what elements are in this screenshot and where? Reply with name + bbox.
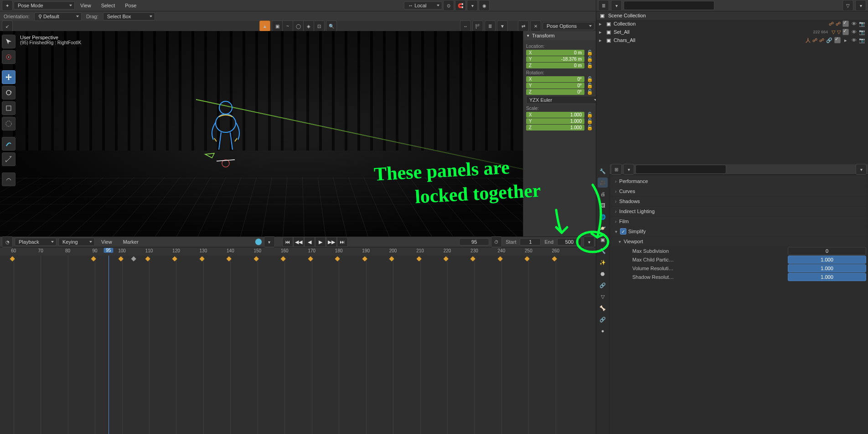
- x-icon[interactable]: ✕: [530, 21, 541, 31]
- tool-rotate[interactable]: [2, 86, 16, 99]
- scl-x-field[interactable]: X1.000: [526, 112, 584, 118]
- vp-tool-icon-a[interactable]: ↔: [460, 21, 471, 31]
- lock-icon[interactable]: 🔓: [586, 125, 594, 131]
- filter-text-icon[interactable]: ⊡: [314, 21, 325, 31]
- prop-tab-particles-icon[interactable]: ✨: [598, 257, 608, 267]
- scl-y-field[interactable]: Y1.000: [526, 118, 584, 124]
- active-object-icon[interactable]: ▲: [259, 21, 270, 31]
- pivot-icon[interactable]: ⊙: [443, 0, 454, 11]
- jump-end-icon[interactable]: ⏭: [337, 237, 348, 247]
- panel-shadows[interactable]: Shadows: [611, 197, 866, 206]
- keyframe[interactable]: [362, 256, 367, 261]
- props-options-icon[interactable]: ▾: [856, 164, 867, 175]
- scl-z-field[interactable]: Z1.000: [526, 125, 584, 131]
- keyframe[interactable]: [335, 256, 340, 261]
- panel-simplify[interactable]: ✓ Simplify: [611, 227, 866, 236]
- menu-select[interactable]: Select: [97, 2, 120, 9]
- panel-curves[interactable]: Curves: [611, 187, 866, 196]
- jump-start-icon[interactable]: ⏮: [282, 237, 293, 247]
- keyframe[interactable]: [172, 256, 177, 261]
- viewport-3d[interactable]: User Perspective (95) FinishedRig : Righ…: [0, 31, 596, 237]
- prop-tab-constraints-icon[interactable]: 🔗: [598, 280, 608, 290]
- volume-resolution-field[interactable]: 1.000: [788, 264, 866, 272]
- end-frame-field[interactable]: 500: [557, 238, 582, 246]
- vp-editor-type-icon[interactable]: ↙: [2, 21, 13, 31]
- snap-toggle-icon[interactable]: 🧲: [455, 0, 466, 11]
- mode-dropdown[interactable]: Pose Mode: [14, 1, 75, 10]
- outliner-editor-icon[interactable]: ≣: [598, 0, 609, 11]
- prop-tab-material-icon[interactable]: ●: [598, 326, 608, 336]
- keying-menu[interactable]: Keying: [58, 238, 95, 246]
- lock-icon[interactable]: 🔓: [586, 50, 594, 56]
- timer-icon[interactable]: ⏱: [491, 236, 502, 247]
- prop-tab-physics-icon[interactable]: ⬣: [598, 269, 608, 279]
- keyframe[interactable]: [227, 256, 232, 261]
- tool-measure[interactable]: [2, 152, 16, 166]
- disable-render-icon[interactable]: 📷: [859, 29, 865, 35]
- keyframe[interactable]: [308, 256, 313, 261]
- props-pin-icon[interactable]: ⊞: [611, 164, 622, 175]
- prop-tab-viewlayer-icon[interactable]: 🖼: [598, 200, 608, 210]
- prop-tab-object-icon[interactable]: ▣: [598, 235, 608, 245]
- outliner-display-mode-icon[interactable]: ▾: [611, 0, 622, 11]
- n-panel-header[interactable]: Transform: [523, 31, 596, 40]
- keyframe[interactable]: [389, 256, 394, 261]
- lock-icon[interactable]: 🔓: [586, 118, 594, 124]
- keyframe[interactable]: [470, 256, 475, 261]
- rotation-mode-dropdown[interactable]: YZX Euler: [526, 96, 600, 104]
- simplify-checkbox[interactable]: ✓: [620, 228, 626, 235]
- outliner-row-collection[interactable]: ▸ ▣ Collection ☍ ☍ 👁 📷: [596, 20, 868, 28]
- lock-icon[interactable]: 🔓: [586, 56, 594, 62]
- tool-scale[interactable]: [2, 101, 16, 115]
- tl-view-menu[interactable]: View: [97, 238, 117, 246]
- prop-tab-tool-icon[interactable]: 🔧: [598, 166, 608, 176]
- keyframe[interactable]: [91, 256, 96, 261]
- keyframe[interactable]: [199, 256, 204, 261]
- pose-options-dropdown[interactable]: Pose Options: [542, 22, 594, 30]
- rot-z-field[interactable]: Z0°: [526, 89, 584, 95]
- search-icon[interactable]: 🔍: [326, 21, 337, 31]
- outliner-search-input[interactable]: [624, 1, 714, 10]
- panel-simplify-viewport[interactable]: Viewport: [611, 237, 866, 246]
- disable-render-icon[interactable]: 📷: [859, 21, 865, 27]
- exclude-checkbox[interactable]: [842, 21, 849, 27]
- properties-search-input[interactable]: [636, 165, 726, 174]
- start-frame-field[interactable]: 1: [520, 238, 541, 246]
- loc-x-field[interactable]: X0 m: [526, 50, 584, 56]
- prop-tab-render-icon[interactable]: 🎥: [598, 178, 608, 188]
- filter-mesh-icon[interactable]: ▣: [272, 21, 282, 31]
- play-reverse-icon[interactable]: ◀: [304, 237, 315, 247]
- tl-marker-menu[interactable]: Marker: [119, 238, 143, 246]
- prop-tab-scene-icon[interactable]: 🌐: [598, 212, 608, 222]
- keyframe[interactable]: [444, 256, 449, 261]
- rot-y-field[interactable]: Y0°: [526, 83, 584, 89]
- editor-type-icon[interactable]: ✦: [2, 0, 13, 11]
- prop-tab-world-icon[interactable]: 🪐: [598, 223, 608, 233]
- play-icon[interactable]: ▶: [315, 237, 326, 247]
- prop-tab-modifier-icon[interactable]: 🔧: [598, 246, 608, 256]
- prop-tab-boneconstraint-icon[interactable]: 🔗: [598, 314, 608, 324]
- auto-key-record-icon[interactable]: [255, 238, 262, 246]
- disclosure-icon[interactable]: ▸: [599, 21, 604, 27]
- disclosure-icon[interactable]: ▸: [599, 37, 604, 43]
- proportional-edit-icon[interactable]: ◉: [479, 0, 490, 11]
- vp-tool-icon-c[interactable]: ≣: [485, 21, 496, 31]
- snap-dropdown-icon[interactable]: ▾: [467, 0, 478, 11]
- max-child-particles-field[interactable]: 1.000: [788, 256, 866, 264]
- vp-tool-icon-b[interactable]: 🏴: [472, 21, 483, 31]
- tool-annotate[interactable]: [2, 137, 16, 151]
- disable-render-icon[interactable]: 📷: [859, 37, 865, 43]
- panel-performance[interactable]: Performance: [611, 177, 866, 186]
- shadow-resolution-field[interactable]: 1.000: [788, 273, 866, 281]
- auto-key-dropdown-icon[interactable]: ▾: [264, 236, 275, 247]
- filter-meta-icon[interactable]: ◈: [303, 21, 314, 31]
- dropdown-icon[interactable]: ▾: [584, 236, 594, 247]
- max-subdivision-field[interactable]: 0: [788, 247, 866, 255]
- playback-menu[interactable]: Playback: [15, 238, 57, 246]
- lock-icon[interactable]: 🔓: [586, 63, 594, 68]
- prop-tab-bone-icon[interactable]: 🦴: [598, 303, 608, 313]
- hide-viewport-icon[interactable]: 👁: [851, 29, 857, 35]
- keyframe[interactable]: [525, 256, 530, 261]
- orientation-dropdown[interactable]: ⚲ Default: [34, 12, 82, 21]
- rot-x-field[interactable]: X0°: [526, 76, 584, 82]
